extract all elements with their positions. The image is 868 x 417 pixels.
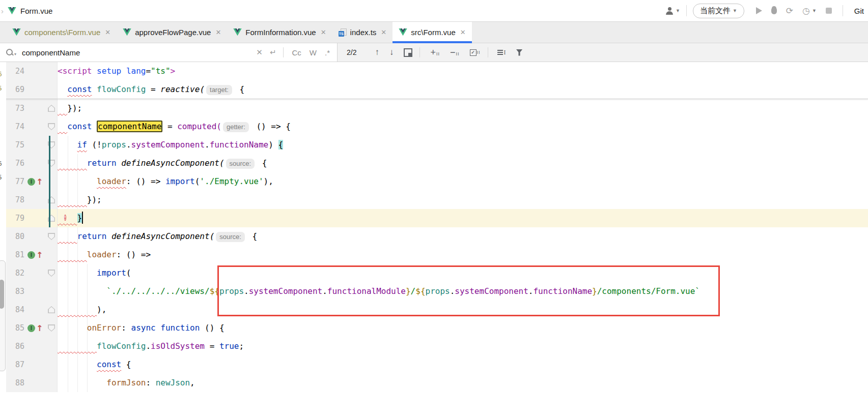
line-number[interactable]: 83 xyxy=(6,282,24,301)
code-text[interactable]: flowConfig.isOldSystem = true; xyxy=(58,337,868,355)
filter-button[interactable] xyxy=(516,49,523,56)
match-case-toggle[interactable]: Cc xyxy=(292,48,301,57)
tab-close-icon[interactable]: ✕ xyxy=(215,28,221,36)
gutter: 87 xyxy=(6,355,58,374)
token: loader xyxy=(97,176,126,186)
line-number[interactable]: 77 xyxy=(6,172,24,191)
implemented-marker-icon[interactable]: I↑ xyxy=(27,324,43,332)
line-number[interactable]: 74 xyxy=(6,117,24,136)
fold-marker[interactable] xyxy=(48,306,55,313)
stop-button[interactable] xyxy=(826,8,832,14)
code-line-77: 77I↑ loader: () => import('./Empty.vue')… xyxy=(0,172,868,191)
code-text[interactable]: }); xyxy=(58,99,868,117)
code-line-73: 73 }); xyxy=(0,99,868,117)
token: `./../../../../views/ xyxy=(106,286,209,296)
whole-words-toggle[interactable]: W xyxy=(310,48,317,57)
tab-forminformation-vue[interactable]: FormInformation.vue✕ xyxy=(227,22,332,43)
line-number[interactable]: 80 xyxy=(6,227,24,246)
regex-toggle[interactable]: .* xyxy=(325,48,330,57)
clear-search-icon[interactable]: ✕ xyxy=(256,48,263,57)
search-input[interactable] xyxy=(21,48,249,57)
code-text[interactable]: const { xyxy=(58,355,868,374)
code-text[interactable]: }); xyxy=(58,191,868,209)
token: return xyxy=(77,231,107,241)
line-number[interactable]: 84 xyxy=(6,301,24,319)
line-number[interactable]: 87 xyxy=(6,355,24,374)
line-number[interactable]: 86 xyxy=(6,337,24,355)
tab-index-ts[interactable]: TSindex.ts✕ xyxy=(332,22,393,43)
run-button[interactable] xyxy=(756,7,762,14)
line-number[interactable]: 75 xyxy=(6,136,24,154)
search-match-highlight: componentName xyxy=(97,121,162,132)
previous-occurrence-button[interactable]: ↑ xyxy=(375,47,379,57)
search-icon[interactable] xyxy=(6,49,14,56)
line-number[interactable]: 81 xyxy=(6,246,24,264)
profile-button[interactable]: ⟳ xyxy=(786,7,793,15)
error-bulb-icon[interactable]: ! xyxy=(64,213,72,222)
implemented-marker-icon[interactable]: I↑ xyxy=(27,178,43,186)
tab-label: components\Form.vue xyxy=(24,28,100,37)
remove-occurrence-button[interactable]: −II xyxy=(450,49,460,56)
tab-approveflowpage-vue[interactable]: approveFlowPage.vue✕ xyxy=(117,22,227,43)
line-number[interactable]: 79 xyxy=(6,209,24,227)
divider xyxy=(686,5,687,16)
token: flowConfig xyxy=(97,341,146,351)
tab-close-icon[interactable]: ✕ xyxy=(105,28,110,36)
code-text[interactable]: onError: async function () { xyxy=(58,319,868,337)
code-text[interactable]: } xyxy=(58,209,868,227)
fold-marker[interactable] xyxy=(48,270,55,277)
search-field[interactable]: ▾ ✕ ↵ Cc W .* xyxy=(0,43,338,62)
fold-marker[interactable] xyxy=(48,123,55,130)
git-branch-widget[interactable]: Git xyxy=(854,7,864,15)
token: () { xyxy=(200,323,224,333)
clipped-scrollbar-thumb[interactable] xyxy=(0,280,4,309)
line-number[interactable]: 73 xyxy=(6,99,24,117)
tab-src-form-vue[interactable]: src\Form.vue✕ xyxy=(393,22,471,43)
code-text[interactable]: return defineAsyncComponent(source: { xyxy=(58,154,868,172)
line-number[interactable]: 88 xyxy=(6,374,24,392)
open-in-find-window-button[interactable] xyxy=(404,48,412,57)
code-text[interactable]: const componentName = computed(getter: (… xyxy=(58,117,868,136)
debug-button[interactable] xyxy=(771,7,777,14)
clipped-scrollbar-track[interactable] xyxy=(0,260,6,371)
implemented-marker-icon[interactable]: I↑ xyxy=(27,251,43,259)
tab-components-form-vue[interactable]: components\Form.vue✕ xyxy=(6,22,117,43)
line-number[interactable]: 78 xyxy=(6,191,24,209)
line-number[interactable]: 82 xyxy=(6,264,24,282)
pip-icon xyxy=(408,53,411,56)
code-editor[interactable]: 24<script setup lang="ts">69 const flowC… xyxy=(0,62,868,417)
fold-marker[interactable] xyxy=(48,324,55,332)
tab-close-icon[interactable]: ✕ xyxy=(381,28,386,36)
line-number[interactable]: 69 xyxy=(6,80,24,99)
user-account-button[interactable]: ▼ xyxy=(665,7,680,15)
run-configuration-selector[interactable]: 当前文件 ▼ xyxy=(693,4,744,18)
fold-marker[interactable] xyxy=(48,233,55,240)
code-text[interactable]: <script setup lang="ts"> xyxy=(58,62,868,80)
token xyxy=(58,231,77,241)
typescript-file-icon: TS xyxy=(339,28,347,37)
new-line-icon[interactable]: ↵ xyxy=(270,48,276,57)
git-changed-lines-marker[interactable] xyxy=(49,136,50,227)
select-all-occurrences-button[interactable]: ✓II xyxy=(470,49,481,56)
text-cursor xyxy=(82,212,83,224)
code-text[interactable]: formJson: newJson, xyxy=(58,374,868,392)
token: isOldSystem xyxy=(151,341,205,351)
tab-close-icon[interactable]: ✕ xyxy=(321,28,326,36)
code-text[interactable]: return defineAsyncComponent(source: { xyxy=(58,227,868,246)
run-with-coverage-button[interactable]: ◷▼ xyxy=(802,7,817,15)
fold-marker[interactable] xyxy=(48,105,55,112)
search-history-chevron-icon[interactable]: ▾ xyxy=(14,52,16,56)
code-text[interactable]: loader: () => xyxy=(58,246,868,264)
code-text[interactable]: loader: () => import('./Empty.vue'), xyxy=(58,172,868,191)
line-number[interactable]: 76 xyxy=(6,154,24,172)
line-number[interactable]: 24 xyxy=(6,62,24,80)
gutter: 81I↑ xyxy=(6,246,58,264)
lines-icon xyxy=(497,50,503,55)
line-number[interactable]: 85 xyxy=(6,319,24,337)
search-options-button[interactable]: I xyxy=(488,49,506,56)
next-occurrence-button[interactable]: ↓ xyxy=(389,47,394,57)
tab-close-icon[interactable]: ✕ xyxy=(460,28,466,36)
add-occurrence-button[interactable]: +II xyxy=(430,49,440,56)
code-text[interactable]: if (!props.systemComponent.functionName)… xyxy=(58,136,868,154)
code-text[interactable]: const flowConfig = reactive(target: { xyxy=(58,80,868,99)
